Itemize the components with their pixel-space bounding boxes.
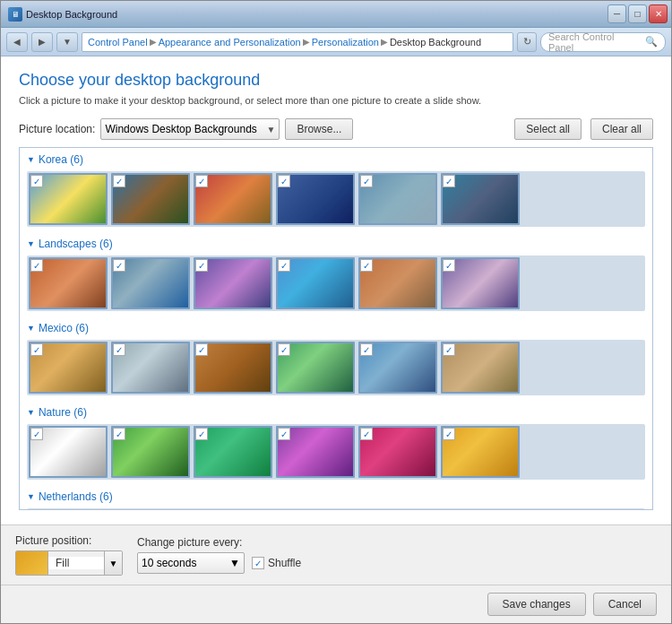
thumbnail-checkbox[interactable]: ✓	[360, 175, 373, 187]
thumbnail-wrapper[interactable]: ✓	[111, 342, 190, 394]
category-section-netherlands: ▼ Netherlands (6)✓✓✓✓✓✓	[20, 485, 652, 510]
bottom-controls: Picture position: Fill ▼ Change picture …	[1, 524, 671, 585]
position-preview[interactable]: Fill ▼	[15, 550, 123, 576]
cancel-button[interactable]: Cancel	[593, 593, 657, 616]
search-box[interactable]: Search Control Panel 🔍	[540, 32, 666, 52]
recent-pages-button[interactable]: ▼	[56, 32, 78, 52]
thumbnail-wrapper[interactable]: ✓	[358, 173, 437, 225]
thumbnail-wrapper[interactable]: ✓	[441, 426, 520, 478]
window-icon: 🖥	[8, 7, 22, 22]
thumbnail-wrapper[interactable]: ✓	[111, 426, 190, 478]
thumbnail-checkbox[interactable]: ✓	[443, 175, 455, 187]
title-bar-left: 🖥 Desktop Background	[8, 7, 117, 22]
picture-location-dropdown[interactable]: Windows Desktop Backgrounds ▼	[100, 118, 280, 140]
thumbnail-checkbox[interactable]: ✓	[360, 343, 373, 356]
thumbnail-wrapper[interactable]: ✓	[276, 342, 355, 394]
category-arrow-icon: ▼	[27, 155, 35, 164]
thumbnail-wrapper[interactable]: ✓	[276, 426, 355, 478]
thumbnail-checkbox[interactable]: ✓	[113, 175, 125, 187]
thumbnail-wrapper[interactable]: ✓	[29, 173, 108, 225]
thumbnail-wrapper[interactable]: ✓	[29, 426, 108, 478]
thumbnail-wrapper[interactable]: ✓	[441, 257, 520, 309]
interval-dropdown-arrow-icon: ▼	[229, 557, 240, 569]
thumbnail-checkbox[interactable]: ✓	[113, 428, 125, 440]
category-arrow-icon: ▼	[27, 408, 35, 417]
category-label: Landscapes (6)	[39, 238, 113, 250]
thumbnail-checkbox[interactable]: ✓	[195, 428, 208, 440]
thumbnail-checkbox[interactable]: ✓	[360, 428, 373, 440]
category-header-landscapes[interactable]: ▼ Landscapes (6)	[27, 238, 645, 250]
thumbnail-wrapper[interactable]: ✓	[194, 173, 272, 225]
maximize-button[interactable]: □	[628, 4, 647, 23]
search-icon: 🔍	[645, 36, 658, 48]
thumbnail-checkbox[interactable]: ✓	[360, 259, 373, 272]
category-header-netherlands[interactable]: ▼ Netherlands (6)	[27, 490, 645, 503]
category-section-mexico: ▼ Mexico (6)✓✓✓✓✓✓	[20, 316, 652, 401]
change-picture-controls: 10 seconds ▼ ✓ Shuffle	[137, 552, 301, 574]
breadcrumb-bar: Control Panel ▶ Appearance and Personali…	[82, 32, 513, 52]
thumbnail-checkbox[interactable]: ✓	[443, 428, 455, 440]
thumbnail-checkbox[interactable]: ✓	[195, 175, 208, 187]
image-area[interactable]: ▼ Korea (6)✓✓✓✓✓✓▼ Landscapes (6)✓✓✓✓✓✓▼…	[19, 147, 653, 510]
thumbnail-checkbox[interactable]: ✓	[195, 259, 208, 272]
thumbnail-wrapper[interactable]: ✓	[111, 257, 190, 309]
thumbnail-checkbox[interactable]: ✓	[278, 428, 290, 440]
thumbnail-checkbox[interactable]: ✓	[278, 343, 290, 356]
browse-button[interactable]: Browse...	[285, 118, 353, 140]
thumbnail-wrapper[interactable]: ✓	[441, 342, 520, 394]
thumbnail-wrapper[interactable]: ✓	[29, 342, 108, 394]
picture-position-label: Picture position:	[15, 534, 123, 547]
thumbnail-checkbox[interactable]: ✓	[443, 343, 455, 356]
thumbnail-wrapper[interactable]: ✓	[441, 173, 520, 225]
close-button[interactable]: ✕	[649, 4, 668, 23]
minimize-button[interactable]: ─	[607, 4, 626, 23]
change-picture-section: Change picture every: 10 seconds ▼ ✓ Shu…	[137, 536, 301, 574]
category-arrow-icon: ▼	[27, 492, 35, 501]
category-header-mexico[interactable]: ▼ Mexico (6)	[27, 322, 645, 334]
thumbnail-wrapper[interactable]: ✓	[194, 342, 272, 394]
thumbnail-checkbox[interactable]: ✓	[278, 175, 290, 187]
category-label: Korea (6)	[39, 153, 83, 166]
image-grid-netherlands: ✓✓✓✓✓✓	[27, 508, 645, 510]
thumbnail-checkbox[interactable]: ✓	[30, 175, 43, 187]
back-button[interactable]: ◀	[6, 32, 28, 52]
thumbnail-checkbox[interactable]: ✓	[30, 343, 43, 356]
breadcrumb-appearance[interactable]: Appearance and Personalization	[159, 37, 301, 48]
picture-location-row: Picture location: Windows Desktop Backgr…	[19, 118, 653, 140]
picture-location-label: Picture location:	[19, 123, 95, 135]
refresh-button[interactable]: ↻	[517, 32, 537, 52]
position-text: Fill	[48, 557, 104, 569]
thumbnail-wrapper[interactable]: ✓	[358, 426, 437, 478]
thumbnail-wrapper[interactable]: ✓	[276, 173, 355, 225]
thumbnail-checkbox[interactable]: ✓	[195, 343, 208, 356]
change-picture-label: Change picture every:	[137, 536, 301, 549]
thumbnail-checkbox[interactable]: ✓	[113, 343, 125, 356]
thumbnail-checkbox[interactable]: ✓	[30, 428, 43, 440]
category-section-nature: ▼ Nature (6)✓✓✓✓✓✓	[20, 401, 652, 485]
breadcrumb-personalization[interactable]: Personalization	[312, 37, 379, 48]
clear-all-button[interactable]: Clear all	[590, 118, 653, 140]
category-label: Nature (6)	[39, 406, 87, 419]
forward-button[interactable]: ▶	[31, 32, 53, 52]
thumbnail-checkbox[interactable]: ✓	[278, 259, 290, 272]
thumbnail-checkbox[interactable]: ✓	[30, 259, 43, 272]
position-dropdown-arrow-icon[interactable]: ▼	[104, 550, 122, 576]
thumbnail-wrapper[interactable]: ✓	[29, 257, 108, 309]
category-header-nature[interactable]: ▼ Nature (6)	[27, 406, 645, 419]
thumbnail-checkbox[interactable]: ✓	[113, 259, 125, 272]
page-subtitle: Click a picture to make it your desktop …	[19, 95, 653, 106]
thumbnail-wrapper[interactable]: ✓	[111, 173, 190, 225]
thumbnail-checkbox[interactable]: ✓	[443, 259, 455, 272]
shuffle-checkbox[interactable]: ✓	[252, 557, 264, 569]
save-changes-button[interactable]: Save changes	[487, 593, 586, 616]
category-section-korea: ▼ Korea (6)✓✓✓✓✓✓	[20, 148, 652, 232]
category-header-korea[interactable]: ▼ Korea (6)	[27, 153, 645, 166]
thumbnail-wrapper[interactable]: ✓	[194, 426, 272, 478]
thumbnail-wrapper[interactable]: ✓	[358, 257, 437, 309]
interval-dropdown[interactable]: 10 seconds ▼	[137, 552, 245, 574]
thumbnail-wrapper[interactable]: ✓	[194, 257, 272, 309]
breadcrumb-control-panel[interactable]: Control Panel	[88, 37, 148, 48]
thumbnail-wrapper[interactable]: ✓	[276, 257, 355, 309]
thumbnail-wrapper[interactable]: ✓	[358, 342, 437, 394]
select-all-button[interactable]: Select all	[514, 118, 582, 140]
